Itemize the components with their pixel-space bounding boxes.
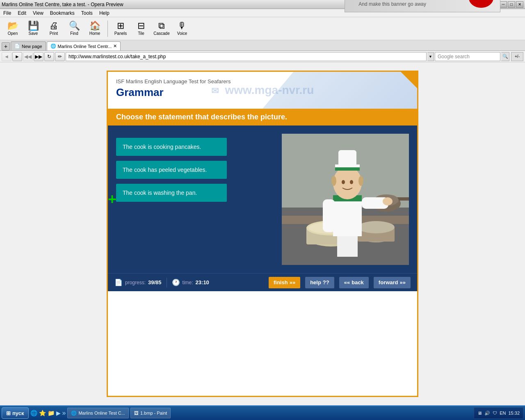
search-button[interactable]: 🔍 [501,52,509,61]
menu-edit[interactable]: Edit [16,9,28,17]
quick-launch-icon-1[interactable]: 🌐 [30,410,37,416]
address-dropdown[interactable]: ▼ [427,52,434,61]
menu-help[interactable]: Help [98,9,111,17]
finish-button[interactable]: finish »» [269,277,300,288]
test-header: ✉ www.mga-nvr.ru ISF Marlins English Lan… [108,72,417,109]
option-1-text: The cook is cooking pancakes. [123,144,201,150]
minimize-button[interactable]: ─ [500,1,507,8]
nav-back-button[interactable]: ◄ [2,52,11,61]
quick-launch-chevron[interactable]: » [62,409,66,417]
panels-button[interactable]: ⊞ Panels [111,21,130,37]
nav-reload-button[interactable]: ↻ [44,52,54,61]
forward-button[interactable]: forward »» [374,277,411,288]
svg-rect-22 [338,150,356,167]
svg-point-26 [331,176,336,186]
new-tab-button[interactable]: + [2,42,10,50]
tab-marlins-label: Marlins Online Test Centr... [58,44,112,49]
open-button[interactable]: 📂 Open [3,21,22,37]
taskbar: ⊞ пуск 🌐 ⭐ 📁 ▶ » 🌐 Marlins Online Test C… [0,405,525,420]
print-button[interactable]: 🖨 Print [44,21,63,37]
option-2-button[interactable]: The cook has peeled vegetables. [116,161,227,179]
tile-label: Tile [138,31,144,36]
menu-file[interactable]: File [2,9,13,17]
home-icon: 🏠 [89,21,100,30]
tile-button[interactable]: ⊟ Tile [132,21,151,37]
svg-point-20 [333,167,362,199]
open-label: Open [8,31,18,36]
nav-fast-forward-button[interactable]: ▶▶ [34,52,43,61]
start-label: пуск [12,410,24,416]
nav-forward-button[interactable]: ► [12,52,22,61]
quick-launch-icon-4[interactable]: ▶ [56,410,61,416]
window-title: Marlins Online Test Centre, take a test.… [2,2,123,7]
option-3-button[interactable]: The cook is washing the pan. [116,184,227,202]
cook-image-area [282,134,409,265]
question-body: + The cook is cooking pancakes. The cook… [108,126,417,273]
back-label: back [352,279,364,285]
address-bar[interactable]: http://www.marlinstest.co.uk/take_a_test… [66,52,427,61]
tab-marlins[interactable]: 🌐 Marlins Online Test Centr... ✕ [47,41,121,50]
test-title: Grammar [116,86,409,99]
back-button[interactable]: «« back [339,277,369,288]
option-1-button[interactable]: The cook is cooking pancakes. [116,138,227,156]
cascade-icon: ⧉ [158,21,165,30]
finish-label: finish [274,279,288,285]
tab-bar: + 📄 New page 🌐 Marlins Online Test Centr… [0,40,525,51]
nav-rewind-button[interactable]: ◀◀ [23,52,33,61]
toolbar-separator-1 [107,21,108,37]
find-button[interactable]: 🔍 Find [65,21,84,37]
tab-new-page[interactable]: 📄 New page [11,41,46,50]
quick-launch-icon-2[interactable]: ⭐ [39,410,46,416]
menu-view[interactable]: View [31,9,45,17]
quick-launch-icon-3[interactable]: 📁 [48,410,55,416]
voice-label: Voice [177,31,187,36]
plus-icon: + [108,191,116,208]
panels-icon: ⊞ [117,21,124,30]
tab-close-button[interactable]: ✕ [113,43,117,49]
help-mark: ?? [323,279,329,285]
question-banner: Choose the statement that describes the … [108,109,417,126]
zoom-button[interactable]: +/- [511,52,523,61]
help-button[interactable]: help ?? [305,277,334,288]
taskbar-item-marlins[interactable]: 🌐 Marlins Online Test C... [67,408,129,418]
help-label: help [310,279,321,285]
cascade-button[interactable]: ⧉ Cascade [152,21,171,37]
svg-rect-23 [335,167,360,171]
tray-network-icon: 🖥 [477,411,482,415]
ad-line2: And make this banner go away [352,1,433,7]
start-button[interactable]: ⊞ пуск [2,407,29,419]
save-button[interactable]: 💾 Save [24,21,43,37]
voice-button[interactable]: 🎙 Voice [173,21,192,37]
svg-point-10 [358,221,395,233]
options-area: + The cook is cooking pancakes. The cook… [116,134,274,265]
save-icon: 💾 [28,21,39,30]
find-label: Find [70,31,78,36]
voice-icon: 🎙 [178,21,187,30]
window-controls[interactable]: ─ □ ✕ [500,1,523,8]
svg-point-25 [350,180,353,184]
time-label: time: [183,280,193,285]
time-info: 🕐 time: 23:10 [172,278,209,286]
close-button[interactable]: ✕ [516,1,523,8]
search-box[interactable]: Google search [435,52,500,61]
panels-label: Panels [114,31,127,36]
svg-point-24 [342,180,345,184]
address-text: http://www.marlinstest.co.uk/take_a_test… [68,54,166,59]
system-tray: 🖥 🔊 🛡 EN 15:32 [474,407,523,419]
tray-antivirus-icon: 🛡 [493,411,497,415]
search-placeholder: Google search [438,54,470,59]
taskbar-marlins-label: Marlins Online Test C... [78,411,125,415]
maximize-button[interactable]: □ [508,1,515,8]
finish-chevrons: »» [290,279,295,285]
taskbar-item-paint[interactable]: 🖼 1.bmp - Paint [130,408,171,418]
bottom-bar: 📄 progress: 39/85 🕐 time: 23:10 finish »… [108,273,417,291]
find-icon: 🔍 [69,21,80,30]
nav-edit-button[interactable]: ✏ [55,52,65,61]
menu-tools[interactable]: Tools [80,9,94,17]
option-3-text: The cook is washing the pan. [123,189,197,196]
cook-illustration [282,134,409,265]
tray-lang: EN [500,411,506,415]
tile-icon: ⊟ [137,21,145,30]
home-button[interactable]: 🏠 Home [85,21,104,37]
menu-bookmarks[interactable]: Bookmarks [48,9,76,17]
